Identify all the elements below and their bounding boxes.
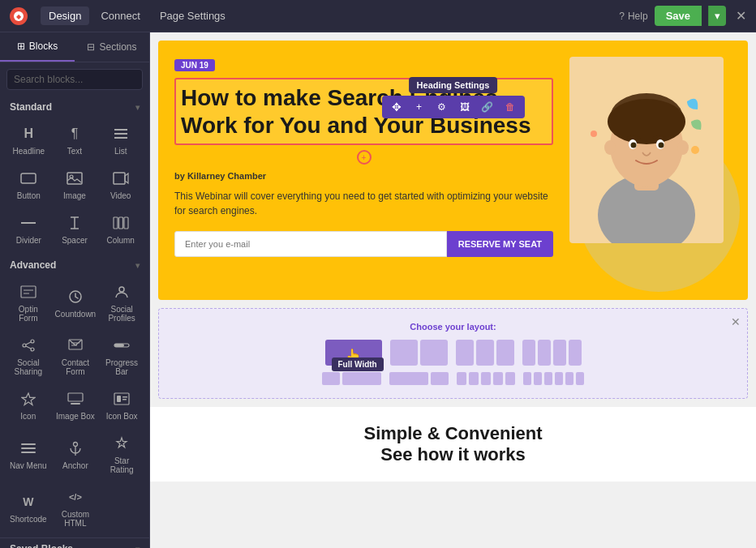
block-star-rating[interactable]: Star Rating [101,427,143,479]
block-custom-html[interactable]: </> Custom HTML [52,481,100,533]
layout-chooser-section: Choose your layout: ✕ Full Width 👆 [158,308,748,399]
nav-page-settings[interactable]: Page Settings [152,6,234,25]
block-social-sharing[interactable]: Social Sharing [6,329,50,381]
block-label: Icon [20,412,36,421]
block-text[interactable]: ¶ Text [53,118,97,161]
divider-icon [19,213,38,233]
social-profiles-icon [112,282,131,302]
target-circle-icon [357,150,372,165]
nav-design[interactable]: Design [41,6,89,25]
block-search-container [0,62,149,96]
heading-settings-popup: Heading Settings [409,77,498,93]
block-label: Contact Form [55,358,97,376]
saved-blocks-header[interactable]: Saved Blocks ▾ [0,537,149,548]
app-logo: ◆ [10,7,28,25]
block-anchor[interactable]: Anchor [52,427,100,479]
svg-rect-10 [114,217,118,229]
delete-tool-icon[interactable]: 🗑 [502,99,518,115]
topbar-right: ? Help Save ▾ ✕ [619,6,746,26]
nav-connect[interactable]: Connect [92,6,148,25]
svg-rect-12 [124,217,128,229]
layout-close-button[interactable]: ✕ [731,315,741,328]
svg-rect-2 [114,129,127,131]
tab-blocks[interactable]: ⊞ Blocks [0,32,75,62]
add-tool-icon[interactable]: + [411,99,427,115]
block-divider[interactable]: Divider [6,207,51,250]
help-button[interactable]: ? Help [619,11,647,22]
advanced-group-header[interactable]: Advanced ▾ [6,255,143,276]
image-tool-icon[interactable]: 🖼 [457,99,473,115]
block-icon-box[interactable]: Icon Box [101,383,143,426]
icon-box-icon [112,389,131,409]
block-social-profiles[interactable]: Social Profiles [101,276,143,328]
block-progress-bar[interactable]: Progress Bar [101,329,143,381]
block-button[interactable]: Button [6,162,51,205]
block-icon[interactable]: Icon [6,383,50,426]
full-width-label: Full Width [332,357,384,371]
simple-title-line1: Simple & Convenient [166,423,740,444]
block-video[interactable]: Video [98,162,143,205]
block-shortcode[interactable]: W Shortcode [6,481,50,533]
block-label: Anchor [62,461,88,470]
layout-row-2 [172,372,734,385]
block-contact-form[interactable]: Contact Form [52,329,100,381]
chevron-down-icon: ▾ [135,261,140,270]
chevron-down-icon: ▾ [135,545,140,549]
svg-rect-5 [21,173,36,183]
column-icon [111,213,131,233]
block-column[interactable]: Column [98,207,143,250]
block-label: Countdown [55,310,97,319]
block-headline[interactable]: H Headline [6,118,51,161]
optin-form-icon [19,282,38,302]
layout-option-two-thirds[interactable] [389,372,449,385]
layout-option-half[interactable] [390,340,448,366]
save-button[interactable]: Save [655,6,702,26]
svg-rect-28 [21,443,36,445]
countdown-icon [66,287,85,306]
block-optin-form[interactable]: Optin Form [6,276,50,328]
svg-text:◆: ◆ [16,13,22,20]
link-tool-icon[interactable]: 🔗 [479,99,496,115]
block-label: Star Rating [104,456,140,474]
hero-description: This Webinar will cover everything you n… [174,189,553,218]
svg-point-48 [677,140,689,155]
layout-row-1: 👆 [172,340,734,366]
block-image-box[interactable]: Image Box [52,383,100,426]
email-input[interactable] [174,231,447,257]
svg-rect-22 [68,393,83,401]
layout-options: 👆 [172,340,734,385]
block-nav-menu[interactable]: Nav Menu [6,427,50,479]
save-dropdown-button[interactable]: ▾ [708,6,726,26]
layout-option-one-third[interactable] [322,372,381,385]
layout-option-six-col[interactable] [523,372,584,385]
layout-option-thirds[interactable] [456,340,514,366]
block-label: Icon Box [106,412,138,421]
reserve-button[interactable]: RESERVE MY SEAT [447,231,553,257]
block-countdown[interactable]: Countdown [52,276,100,328]
layout-option-five-col[interactable] [457,372,515,385]
settings-tool-icon[interactable]: ⚙ [434,99,450,115]
advanced-group: Advanced ▾ Optin Form Countdown [0,255,149,537]
tab-sections[interactable]: ⊟ Sections [75,32,149,62]
block-label: Custom HTML [55,510,97,528]
svg-point-42 [608,99,685,144]
block-label: Spacer [62,236,88,245]
block-image[interactable]: Image [53,162,97,205]
block-spacer[interactable]: Spacer [53,207,97,250]
standard-group-header[interactable]: Standard ▾ [6,96,143,118]
person-photo [569,57,724,243]
text-icon: ¶ [65,124,84,143]
search-input[interactable] [6,69,143,90]
list-icon [111,124,131,143]
svg-rect-25 [117,396,121,402]
custom-html-icon: </> [66,487,85,507]
move-icon[interactable]: ✥ [389,99,405,115]
block-list[interactable]: List [98,118,143,161]
block-label: Optin Form [10,305,47,323]
svg-rect-29 [21,447,36,449]
block-label: Headline [13,147,45,156]
layout-option-quarters[interactable] [522,340,582,366]
svg-rect-26 [122,396,127,398]
author-name: Killarney Chamber [187,171,266,181]
close-button[interactable]: ✕ [736,8,746,24]
